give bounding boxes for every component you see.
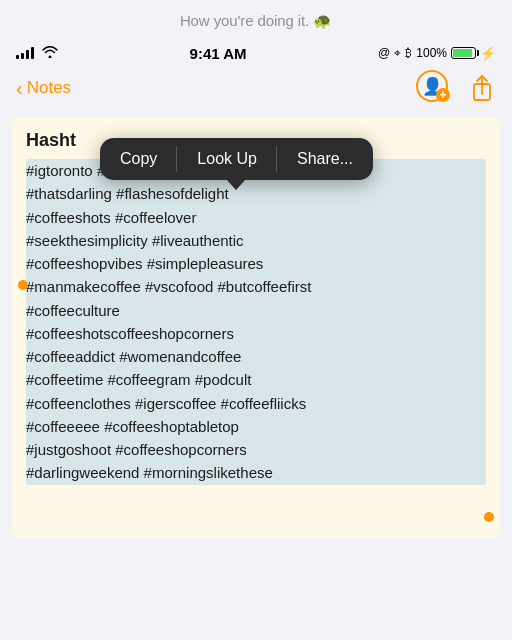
context-copy-button[interactable]: Copy	[100, 138, 177, 180]
selection-handle-end	[484, 512, 494, 522]
percent-label: 100%	[416, 46, 447, 60]
context-lookup-button[interactable]: Look Up	[177, 138, 277, 180]
status-left	[16, 45, 58, 61]
wifi-icon	[42, 45, 58, 61]
add-contact-button[interactable]: 👤 +	[416, 70, 452, 106]
selection-handle-start	[18, 280, 28, 290]
charging-icon: ⚡	[480, 46, 496, 61]
status-right: @ ⌖ ₿ 100% ⚡	[378, 46, 496, 61]
bluetooth-icon: ₿	[405, 46, 412, 60]
back-button[interactable]: ‹ Notes	[16, 77, 71, 100]
contact-icon: 👤 +	[416, 70, 448, 102]
location-icon: ⌖	[394, 46, 401, 60]
top-message: How you're doing it. 🐢	[0, 0, 512, 38]
note-content[interactable]: #igtoronto #coffeeporn #onthetable #that…	[26, 159, 486, 485]
status-bar: 9:41 AM @ ⌖ ₿ 100% ⚡	[0, 38, 512, 66]
chevron-left-icon: ‹	[16, 77, 23, 100]
plus-icon: +	[436, 88, 450, 102]
battery-icon	[451, 47, 476, 59]
signal-icon	[16, 47, 34, 59]
nav-bar: ‹ Notes 👤 +	[0, 66, 512, 114]
context-menu: Copy Look Up Share...	[100, 138, 373, 180]
nav-actions: 👤 +	[416, 70, 496, 106]
share-button[interactable]	[468, 74, 496, 102]
status-time: 9:41 AM	[190, 45, 247, 62]
share-icon	[471, 74, 493, 102]
back-label: Notes	[27, 78, 71, 98]
note-area[interactable]: Hasht #igtoronto #coffeeporn #onthetable…	[12, 118, 500, 538]
context-share-button[interactable]: Share...	[277, 138, 373, 180]
at-icon: @	[378, 46, 390, 60]
